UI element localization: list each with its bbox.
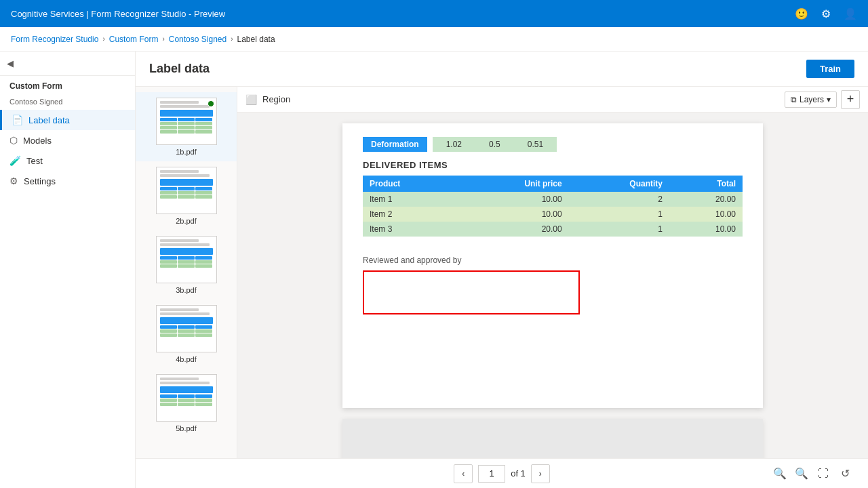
main-content: Label data Train [136, 52, 868, 488]
page-title: Label data [149, 62, 210, 76]
breadcrumb-contoso[interactable]: Contoso Signed [169, 35, 226, 44]
sidebar-item-label-data[interactable]: 📄 Label data [0, 110, 135, 130]
file-item-4b[interactable]: 4b.pdf [136, 300, 237, 369]
sidebar-item-models[interactable]: ⬡ Models [0, 130, 135, 150]
zoom-in-button[interactable]: 🔍 [792, 464, 811, 483]
delivered-items-title: DELIVERED ITEMS [363, 160, 743, 170]
deformation-row: Deformation 1.02 0.5 0.51 [363, 137, 743, 152]
add-region-button[interactable]: + [841, 90, 860, 109]
page-number-input[interactable]: 1 [478, 465, 505, 483]
sidebar-item-models-text: Models [23, 136, 52, 146]
row3-unit-price: 20.00 [458, 222, 569, 237]
row2-unit-price: 10.00 [458, 207, 569, 222]
col-unit-price: Unit price [458, 176, 569, 192]
file-label-4b: 4b.pdf [176, 355, 197, 363]
row2-total: 10.00 [669, 207, 743, 222]
emoji-icon[interactable]: 🙂 [795, 7, 808, 20]
next-page-button[interactable]: › [531, 464, 550, 483]
file-panel: 1b.pdf [136, 87, 237, 488]
file-item-3b[interactable]: 3b.pdf [136, 230, 237, 300]
row2-product: Item 2 [363, 207, 458, 222]
app-title: Cognitive Services | Form Recognizer Stu… [11, 9, 225, 19]
col-total: Total [669, 176, 743, 192]
file-label-5b: 5b.pdf [176, 424, 197, 432]
document-page: Deformation 1.02 0.5 0.51 DELIVERED ITEM… [342, 123, 763, 408]
sidebar: ◀ Custom Form Contoso Signed 📄 Label dat… [0, 52, 136, 488]
sidebar-item-test-text: Test [26, 156, 43, 166]
toolbar-right: ⧉ Layers ▾ + [785, 90, 860, 109]
file-thumbnail-4b [156, 305, 217, 352]
label-data-icon: 📄 [12, 115, 23, 125]
file-thumbnail-5b [156, 374, 217, 422]
table-row: Item 3 20.00 1 10.00 [363, 222, 743, 237]
row3-total: 10.00 [669, 222, 743, 237]
file-thumbnail-2b [156, 167, 217, 214]
layers-icon: ⧉ [791, 95, 797, 104]
table-row: Item 2 10.00 1 10.00 [363, 207, 743, 222]
viewer-toolbar: ⬜ Region ⧉ Layers ▾ + [237, 87, 868, 113]
row1-product: Item 1 [363, 192, 458, 207]
deformation-values: 1.02 0.5 0.51 [433, 137, 557, 152]
settings-icon[interactable]: ⚙ [819, 7, 833, 20]
reviewed-section: Reviewed and approved by [363, 256, 743, 314]
prev-page-button[interactable]: ‹ [454, 464, 473, 483]
file-label-2b: 2b.pdf [176, 217, 197, 225]
deformation-val-2: 0.5 [489, 140, 500, 149]
breadcrumb-custom-form[interactable]: Custom Form [109, 35, 159, 44]
table-row: Item 1 10.00 2 20.00 [363, 192, 743, 207]
page-of-label: of 1 [511, 468, 526, 479]
sidebar-nav: 📄 Label data ⬡ Models 🧪 Test ⚙ Settings [0, 110, 135, 191]
invoice-content: Deformation 1.02 0.5 0.51 DELIVERED ITEM… [342, 123, 763, 328]
breadcrumb-form-recognizer[interactable]: Form Recognizer Studio [11, 35, 98, 44]
file-item-2b[interactable]: 2b.pdf [136, 161, 237, 230]
file-thumbnail-3b [156, 236, 217, 283]
test-icon: 🧪 [9, 155, 21, 166]
chevron-down-icon: ▾ [827, 95, 831, 104]
breadcrumb-sep-1: › [102, 35, 104, 43]
sidebar-item-settings[interactable]: ⚙ Settings [0, 171, 135, 191]
layers-button[interactable]: ⧉ Layers ▾ [785, 92, 837, 108]
reviewed-label: Reviewed and approved by [363, 256, 743, 265]
sidebar-section-label: Custom Form [0, 76, 135, 94]
deformation-val-3: 0.51 [528, 140, 543, 149]
status-dot-1b [208, 100, 214, 107]
sidebar-item-settings-text: Settings [24, 176, 56, 186]
reset-zoom-button[interactable]: ↺ [835, 464, 854, 483]
region-label: Region [262, 94, 290, 104]
row3-quantity: 1 [569, 222, 669, 237]
row1-total: 20.00 [669, 192, 743, 207]
toolbar-left: ⬜ Region [245, 94, 290, 105]
sidebar-group-label: Contoso Signed [0, 94, 135, 110]
deformation-tag: Deformation [363, 137, 427, 152]
row1-quantity: 2 [569, 192, 669, 207]
sidebar-collapse-button[interactable]: ◀ [0, 52, 135, 76]
sidebar-item-test[interactable]: 🧪 Test [0, 150, 135, 171]
file-item-1b[interactable]: 1b.pdf [136, 92, 237, 161]
topbar: Cognitive Services | Form Recognizer Stu… [0, 0, 868, 27]
collapse-icon: ◀ [7, 58, 14, 68]
account-icon[interactable]: 👤 [844, 7, 857, 20]
region-frame-icon: ⬜ [245, 94, 257, 105]
row2-quantity: 1 [569, 207, 669, 222]
row1-unit-price: 10.00 [458, 192, 569, 207]
page-header: Label data Train [136, 52, 868, 87]
document-viewer: ⬜ Region ⧉ Layers ▾ + [237, 87, 868, 488]
models-icon: ⬡ [9, 135, 18, 146]
pagination: ‹ 1 of 1 › 🔍 🔍 ⛶ ↺ [136, 458, 868, 488]
topbar-icons: 🙂 ⚙ 👤 [795, 7, 857, 20]
fit-page-button[interactable]: ⛶ [814, 464, 833, 483]
deformation-val-1: 1.02 [446, 140, 462, 149]
train-button[interactable]: Train [806, 60, 854, 78]
zoom-controls: 🔍 🔍 ⛶ ↺ [770, 464, 854, 483]
zoom-out-button[interactable]: 🔍 [770, 464, 789, 483]
breadcrumb: Form Recognizer Studio › Custom Form › C… [0, 27, 868, 52]
content-area: 1b.pdf [136, 87, 868, 488]
file-label-1b: 1b.pdf [176, 148, 197, 156]
col-quantity: Quantity [569, 176, 669, 192]
settings-nav-icon: ⚙ [9, 176, 18, 186]
file-label-3b: 3b.pdf [176, 286, 197, 294]
items-table: Product Unit price Quantity Total Item 1… [363, 176, 743, 237]
file-item-5b[interactable]: 5b.pdf [136, 369, 237, 438]
breadcrumb-sep-2: › [162, 35, 164, 43]
main-layout: ◀ Custom Form Contoso Signed 📄 Label dat… [0, 52, 868, 488]
